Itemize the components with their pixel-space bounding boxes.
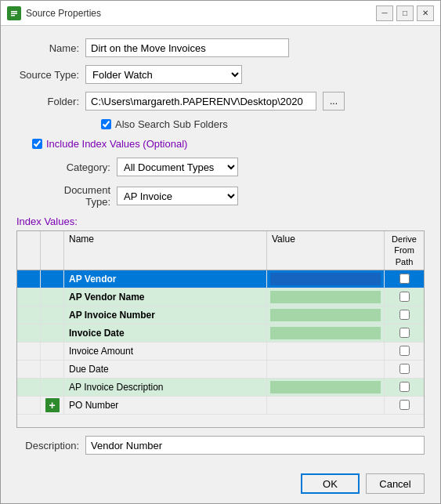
td-derive xyxy=(385,397,424,414)
folder-label: Folder: xyxy=(16,96,79,107)
doctype-row: Document Type: AP Invoice xyxy=(16,184,425,208)
td-col2 xyxy=(41,343,64,360)
description-input[interactable] xyxy=(85,436,425,455)
index-table: Name Value DeriveFromPath AP Vendor xyxy=(16,230,425,428)
description-row: Description: xyxy=(16,436,425,455)
derive-checkbox[interactable] xyxy=(399,346,410,356)
dialog-content: Name: Source Type: Folder Watch Folder: … xyxy=(1,26,440,467)
td-value xyxy=(267,306,385,324)
td-value xyxy=(267,361,385,378)
window-title: Source Properties xyxy=(26,8,376,19)
table-row[interactable]: AP Vendor Name xyxy=(17,288,424,306)
td-derive xyxy=(385,325,424,342)
td-col2 xyxy=(41,288,64,306)
sub-folders-label[interactable]: Also Search Sub Folders xyxy=(101,118,228,130)
td-name: AP Invoice Description xyxy=(64,379,267,396)
td-col2 xyxy=(41,306,64,324)
include-index-checkbox[interactable] xyxy=(32,139,42,149)
derive-checkbox[interactable] xyxy=(399,274,410,284)
svg-rect-1 xyxy=(11,11,17,13)
doctype-select[interactable]: AP Invoice xyxy=(117,187,238,205)
td-col1 xyxy=(17,325,41,342)
name-input[interactable] xyxy=(85,38,289,57)
close-button[interactable]: ✕ xyxy=(417,5,434,21)
table-row[interactable]: Invoice Amount xyxy=(17,343,424,361)
td-col1 xyxy=(17,397,41,414)
td-col1 xyxy=(17,288,41,306)
th-value: Value xyxy=(267,231,385,270)
td-name: AP Invoice Number xyxy=(64,306,267,324)
td-value xyxy=(267,343,385,360)
table-body: AP Vendor AP Vendor Name xyxy=(17,270,424,427)
table-header: Name Value DeriveFromPath xyxy=(17,231,424,270)
td-value xyxy=(267,397,385,414)
table-row[interactable]: AP Vendor xyxy=(17,270,424,288)
derive-checkbox[interactable] xyxy=(399,292,410,302)
browse-button[interactable]: ... xyxy=(323,92,345,111)
table-row[interactable]: + PO Number xyxy=(17,397,424,415)
source-type-select[interactable]: Folder Watch xyxy=(85,65,242,84)
source-type-label: Source Type: xyxy=(16,69,79,81)
td-value xyxy=(267,325,385,342)
td-col2 xyxy=(41,325,64,342)
td-value xyxy=(267,288,385,306)
table-row[interactable]: AP Invoice Description xyxy=(17,379,424,397)
td-col2 xyxy=(41,361,64,378)
title-bar: Source Properties ─ □ ✕ xyxy=(1,1,440,26)
ok-button[interactable]: OK xyxy=(301,473,360,494)
th-col2 xyxy=(41,231,64,270)
svg-rect-2 xyxy=(11,13,17,14)
derive-checkbox[interactable] xyxy=(399,400,410,410)
button-row: OK Cancel xyxy=(1,467,440,503)
index-values-section: Index Values: Name Value DeriveFromPath xyxy=(16,216,425,428)
td-name: Invoice Date xyxy=(64,325,267,342)
name-row: Name: xyxy=(16,38,425,57)
td-col1 xyxy=(17,343,41,360)
description-label: Description: xyxy=(16,440,79,451)
td-col1 xyxy=(17,361,41,378)
sub-folders-checkbox[interactable] xyxy=(101,119,111,129)
th-name: Name xyxy=(64,231,267,270)
td-col2 xyxy=(41,379,64,396)
td-derive xyxy=(385,270,424,288)
folder-input[interactable] xyxy=(85,92,316,111)
th-col1 xyxy=(17,231,41,270)
td-col1 xyxy=(17,270,41,288)
table-row[interactable]: AP Invoice Number xyxy=(17,306,424,325)
td-derive xyxy=(385,343,424,360)
source-type-row: Source Type: Folder Watch xyxy=(16,65,425,84)
derive-checkbox[interactable] xyxy=(399,364,410,374)
table-row[interactable]: Invoice Date xyxy=(17,325,424,343)
cancel-button[interactable]: Cancel xyxy=(366,473,425,494)
category-label: Category: xyxy=(40,161,110,173)
name-label: Name: xyxy=(16,42,79,54)
window-icon xyxy=(7,6,21,20)
doctype-label: Document Type: xyxy=(40,184,110,208)
table-row[interactable]: Due Date xyxy=(17,361,424,379)
td-derive xyxy=(385,306,424,324)
derive-checkbox[interactable] xyxy=(399,310,410,320)
td-col2-add[interactable]: + xyxy=(41,397,64,414)
th-derive: DeriveFromPath xyxy=(385,231,424,270)
td-derive xyxy=(385,379,424,396)
derive-checkbox[interactable] xyxy=(399,328,410,338)
svg-rect-3 xyxy=(11,15,15,16)
td-col1 xyxy=(17,306,41,324)
include-index-row: Include Index Values (Optional) xyxy=(32,138,425,150)
td-value xyxy=(267,379,385,396)
td-col1 xyxy=(17,379,41,396)
include-index-label: Include Index Values (Optional) xyxy=(46,138,187,150)
td-name: Due Date xyxy=(64,361,267,378)
td-name: AP Vendor Name xyxy=(64,288,267,306)
category-row: Category: All Document Types xyxy=(16,158,425,176)
td-value xyxy=(267,270,385,288)
category-select[interactable]: All Document Types xyxy=(117,158,238,176)
derive-checkbox[interactable] xyxy=(399,382,410,392)
sub-folders-row: Also Search Sub Folders xyxy=(16,118,425,130)
minimize-button[interactable]: ─ xyxy=(376,5,393,21)
td-name: Invoice Amount xyxy=(64,343,267,360)
maximize-button[interactable]: □ xyxy=(396,5,414,21)
source-properties-dialog: Source Properties ─ □ ✕ Name: Source Typ… xyxy=(0,0,441,504)
td-derive xyxy=(385,288,424,306)
add-row-icon[interactable]: + xyxy=(45,398,60,412)
